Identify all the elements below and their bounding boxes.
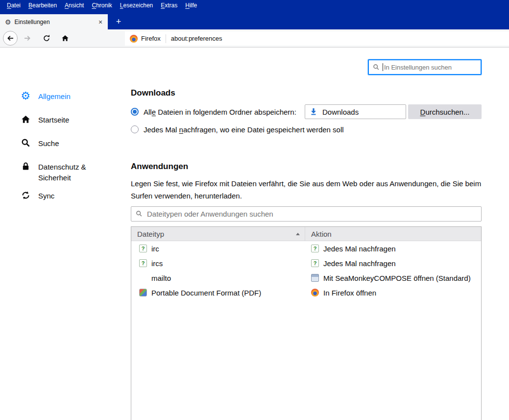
home-button[interactable] [60, 34, 71, 42]
menubar: Datei Bearbeiten Ansicht Chronik Lesezei… [0, 0, 509, 11]
home-icon [20, 115, 31, 124]
url-text: about:preferences [171, 35, 222, 42]
gear-icon [5, 19, 11, 25]
table-header: Dateityp Aktion [131, 227, 481, 241]
sidebar-item-datenschutz[interactable]: Datenschutz & Sicherheit [20, 162, 125, 183]
tab-einstellungen[interactable]: Einstellungen × [0, 14, 108, 29]
sort-ascending-icon [296, 233, 300, 235]
back-button[interactable] [3, 31, 18, 46]
radio-unchecked-icon[interactable] [131, 125, 139, 133]
search-icon [136, 210, 143, 217]
navigation-toolbar: Firefox about:preferences [0, 29, 509, 48]
forward-button[interactable] [22, 34, 33, 42]
firefox-logo-icon [130, 35, 138, 43]
forward-arrow-icon [24, 34, 31, 42]
sidebar-item-suche[interactable]: Suche [20, 138, 125, 149]
action-label: Jedes Mal nachfragen [323, 245, 396, 253]
unknown-filetype-icon [139, 245, 147, 252]
unknown-filetype-icon [139, 259, 147, 267]
ask-action-icon [311, 245, 319, 252]
action-label: In Firefox öffnen [323, 289, 376, 297]
table-row[interactable]: ircs Jedes Mal nachfragen [131, 256, 481, 271]
filetype-search-input[interactable] [131, 206, 482, 222]
filetype-label: ircs [151, 259, 163, 268]
gear-icon [20, 91, 31, 101]
url-bar[interactable]: Firefox about:preferences [125, 31, 509, 46]
seamonkey-app-icon [311, 274, 319, 282]
new-tab-button[interactable]: + [112, 15, 125, 28]
home-icon [61, 34, 69, 42]
menu-chronik[interactable]: Chronik [88, 1, 116, 10]
ask-action-icon [311, 259, 319, 267]
table-row[interactable]: mailto Mit SeaMonkeyCOMPOSE öffnen (Stan… [131, 271, 481, 285]
download-folder-select[interactable]: Downloads [305, 104, 406, 119]
menu-bearbeiten[interactable]: Bearbeiten [24, 1, 61, 10]
filetype-label: mailto [151, 274, 171, 282]
column-header-aktion[interactable]: Aktion [305, 227, 481, 241]
radio-checked-icon[interactable] [131, 108, 139, 116]
column-header-dateityp[interactable]: Dateityp [131, 227, 305, 241]
text-caret [383, 63, 383, 71]
action-label: Jedes Mal nachfragen [323, 259, 396, 268]
applications-heading: Anwendungen [131, 162, 482, 172]
downloads-heading: Downloads [131, 88, 482, 98]
table-row[interactable]: Portable Document Format (PDF) In Firefo… [131, 285, 481, 300]
sidebar-item-startseite[interactable]: Startseite [20, 115, 125, 125]
firefox-app-icon [311, 289, 319, 296]
preferences-content: In Einstellungen suchen Allgemein Starts… [0, 48, 509, 420]
reload-icon [43, 34, 50, 42]
close-tab-icon[interactable]: × [96, 18, 105, 26]
filetype-label: irc [151, 245, 159, 253]
menu-hilfe[interactable]: Hilfe [181, 1, 201, 10]
pdf-file-icon [139, 289, 147, 296]
search-icon [373, 64, 380, 71]
empty-icon [139, 274, 147, 282]
menu-datei[interactable]: Datei [3, 1, 24, 10]
table-row[interactable]: irc Jedes Mal nachfragen [131, 241, 481, 256]
category-sidebar: Allgemein Startseite Suche [20, 91, 125, 214]
main-panel: Downloads Alle Dateien in folgendem Ordn… [131, 88, 482, 420]
download-arrow-icon [310, 108, 318, 116]
menu-extras[interactable]: Extras [157, 1, 181, 10]
applications-table: Dateityp Aktion irc Jedes Mal nachfragen [131, 226, 482, 420]
menu-lesezeichen[interactable]: Lesezeichen [116, 1, 157, 10]
firefox-window: Datei Bearbeiten Ansicht Chronik Lesezei… [0, 0, 509, 420]
tab-bar: Einstellungen × + [0, 11, 509, 29]
sidebar-item-allgemein[interactable]: Allgemein [20, 91, 125, 102]
search-settings-placeholder: In Einstellungen suchen [384, 64, 452, 71]
radio-save-to-folder[interactable]: Alle Dateien in folgendem Ordner abspeic… [131, 104, 482, 120]
reload-button[interactable] [41, 34, 52, 42]
identity-label: Firefox [141, 35, 161, 42]
download-folder-value: Downloads [322, 108, 359, 116]
search-icon [20, 138, 31, 148]
radio-ask-every-time[interactable]: Jedes Mal nachfragen, wo eine Datei gesp… [131, 124, 482, 135]
filetype-label: Portable Document Format (PDF) [151, 289, 261, 297]
lock-icon [20, 162, 31, 171]
sidebar-item-sync[interactable]: Sync [20, 191, 125, 201]
browse-button[interactable]: Durchsuchen... [408, 104, 482, 119]
applications-description: Legen Sie fest, wie Firefox mit Dateien … [131, 177, 482, 202]
back-arrow-icon [6, 34, 14, 42]
menu-ansicht[interactable]: Ansicht [61, 1, 88, 10]
tab-title: Einstellungen [15, 19, 96, 25]
action-label: Mit SeaMonkeyCOMPOSE öffnen (Standard) [323, 274, 471, 282]
url-divider [166, 34, 166, 43]
applications-search-wrap [131, 206, 482, 222]
search-settings-input[interactable]: In Einstellungen suchen [368, 59, 482, 75]
sync-icon [20, 191, 31, 200]
